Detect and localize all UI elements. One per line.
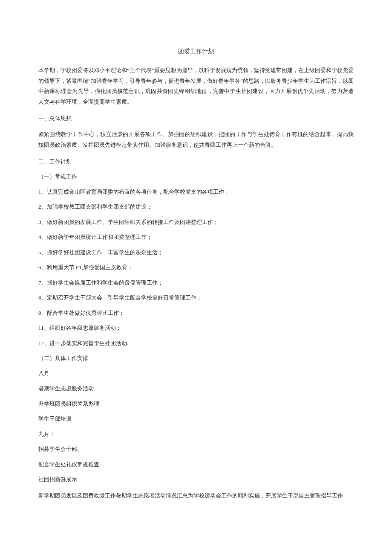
- schedule-item: 升学班团员组织关系办理: [38, 400, 354, 408]
- routine-item: 7、抓好学生会换届工作和学生会的督促管理工作；: [38, 279, 354, 287]
- routine-item: 11、组织好各年级志愿服务活动；: [38, 324, 354, 332]
- routine-item: 2、加强学校教工团支部和学生团支部的建设；: [38, 203, 354, 211]
- routine-item: 3、做好新团员的发展工作、学生团组织关系的转接工作及团籍整理工作；: [38, 218, 354, 227]
- routine-item: 8、定期召开学生干部大会，引导学生配合学校搞好日常管理工作；: [38, 293, 354, 302]
- subsection-2-heading: （二）具体工作安排: [38, 354, 354, 363]
- subsection-1-heading: （一）常规工作: [38, 172, 354, 181]
- intro-paragraph: 本学期，学校团委将以邓小平理论和“三个代表”重要思想为指导，以科学发展观为统领，…: [38, 65, 354, 108]
- section-2-heading: 二、工作计划: [38, 157, 354, 166]
- schedule-item: 招募学生会干部。: [38, 445, 354, 453]
- routine-item: 1、认真完成金山区教育局团委的布置的各项任务，配合学校党支的各项工作；: [38, 188, 354, 196]
- document-page: 团委工作计划 本学期，学校团委将以邓小平理论和“三个代表”重要思想为指导，以科学…: [0, 0, 392, 555]
- schedule-item: 九月：: [38, 430, 354, 439]
- routine-item: 6、利用重大节 F1,加强爱国主义教育；: [38, 263, 354, 272]
- schedule-item: 暑期学生志愿服务活动: [38, 384, 354, 393]
- schedule-item: 新学期团员发展及团费收缴工作暑期学生志愿者活动情况汇总为学校运动会工作的顺利实施…: [38, 491, 354, 501]
- schedule-item: 配合学生处礼仪常规检查: [38, 460, 354, 469]
- routine-item: 4、做好新学年团员统计工作和团费整理工作；: [38, 233, 354, 241]
- schedule-item: 学生干部培训: [38, 415, 354, 423]
- schedule-item: 八月: [38, 369, 354, 378]
- section-1-body: 紧紧围绕教学工作中心，独立活泼的开展各项工作。加强团的组织建设，把团的工作与学生…: [38, 129, 354, 150]
- section-1-heading: 一、总体思想: [38, 114, 354, 123]
- routine-item: 5、抓好学好社团建设工作，丰富学生的课余生活；: [38, 248, 354, 257]
- document-title: 团委工作计划: [38, 47, 354, 56]
- routine-item: 12、进一步落实和完善学生社团活动.: [38, 339, 354, 348]
- routine-item: 9、配合学生处做好优秀评比工作；: [38, 309, 354, 317]
- schedule-item: 社团招新暨展示: [38, 475, 354, 484]
